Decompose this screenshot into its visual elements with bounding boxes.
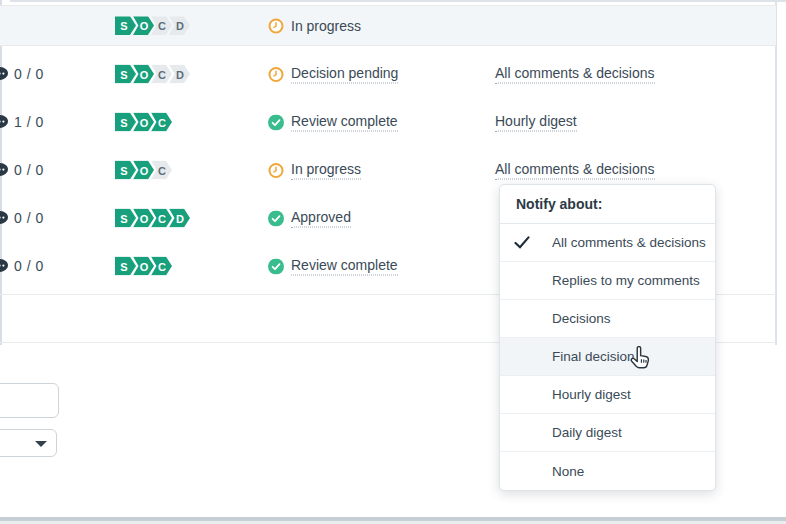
menu-item-label: Final decision bbox=[552, 349, 635, 364]
comment-count[interactable]: 0 / 0 bbox=[0, 162, 44, 178]
text-input[interactable] bbox=[0, 383, 59, 418]
status-label[interactable]: Decision pending bbox=[291, 65, 398, 84]
step-badge-o[interactable]: O bbox=[133, 16, 154, 35]
step-badges: SOCD bbox=[115, 65, 190, 84]
comment-count-text: 0 / 0 bbox=[14, 66, 44, 82]
speech-bubble-icon bbox=[0, 163, 8, 178]
menu-item[interactable]: Daily digest bbox=[500, 414, 715, 452]
status-label[interactable]: In progress bbox=[291, 18, 361, 34]
notify-menu-list: All comments & decisions Replies to my c… bbox=[500, 224, 715, 490]
clock-icon bbox=[268, 66, 284, 82]
comment-count-text: 0 / 0 bbox=[14, 162, 44, 178]
status-icon-slot bbox=[268, 210, 284, 226]
menu-item-label: Decisions bbox=[552, 311, 611, 326]
speech-bubble-icon bbox=[0, 115, 8, 130]
menu-item-label: None bbox=[552, 464, 584, 479]
menu-item[interactable]: Replies to my comments bbox=[500, 262, 715, 300]
status-label[interactable]: Review complete bbox=[291, 257, 398, 276]
speech-bubble-icon bbox=[0, 259, 8, 274]
step-badge-c[interactable]: C bbox=[151, 65, 172, 84]
check-circle-icon bbox=[268, 114, 284, 130]
step-badge-d[interactable]: D bbox=[169, 209, 190, 228]
speech-bubble-icon bbox=[0, 211, 8, 226]
status: In progress bbox=[268, 161, 361, 180]
status: Approved bbox=[268, 209, 351, 228]
step-badge-o[interactable]: O bbox=[133, 209, 154, 228]
status-icon-slot bbox=[268, 162, 284, 178]
menu-item-label: All comments & decisions bbox=[552, 235, 706, 250]
step-badge-o[interactable]: O bbox=[133, 161, 154, 180]
step-badge-c[interactable]: C bbox=[151, 209, 172, 228]
step-badge-c[interactable]: C bbox=[151, 257, 172, 276]
comment-count-text: 1 / 0 bbox=[14, 114, 44, 130]
status-icon-slot bbox=[268, 18, 284, 34]
step-badge-o[interactable]: O bbox=[133, 257, 154, 276]
status-icon-slot bbox=[268, 258, 284, 274]
menu-item[interactable]: Final decision bbox=[500, 338, 715, 376]
status-label[interactable]: Approved bbox=[291, 209, 351, 228]
step-badge-s[interactable]: S bbox=[115, 257, 136, 276]
menu-item[interactable]: Hourly digest bbox=[500, 376, 715, 414]
step-badge-c[interactable]: C bbox=[151, 16, 172, 35]
table-row: 0 / 0 SOCD Decision pending All comments… bbox=[0, 50, 776, 98]
menu-item-label: Daily digest bbox=[552, 425, 622, 440]
clock-icon bbox=[268, 162, 284, 178]
status-label[interactable]: Review complete bbox=[291, 113, 398, 132]
notification-setting[interactable]: All comments & decisions bbox=[495, 161, 655, 180]
table-row: SOCD In progress bbox=[0, 5, 776, 46]
step-badge-s[interactable]: S bbox=[115, 161, 136, 180]
status-icon-slot bbox=[268, 114, 284, 130]
menu-item[interactable]: None bbox=[500, 452, 715, 490]
select-dropdown[interactable] bbox=[0, 429, 57, 457]
menu-item[interactable]: All comments & decisions bbox=[500, 224, 715, 262]
clock-icon bbox=[268, 18, 284, 34]
step-badge-s[interactable]: S bbox=[115, 65, 136, 84]
notification-setting[interactable]: All comments & decisions bbox=[495, 65, 655, 84]
comment-count-text: 0 / 0 bbox=[14, 210, 44, 226]
menu-item[interactable]: Decisions bbox=[500, 300, 715, 338]
status: Review complete bbox=[268, 257, 398, 276]
status-label[interactable]: In progress bbox=[291, 161, 361, 180]
notification-setting[interactable]: Hourly digest bbox=[495, 113, 577, 132]
notify-menu-title: Notify about: bbox=[500, 185, 715, 224]
comment-count[interactable]: 1 / 0 bbox=[0, 114, 44, 130]
status: In progress bbox=[268, 18, 361, 34]
step-badge-d[interactable]: D bbox=[169, 65, 190, 84]
step-badges: SOC bbox=[115, 161, 172, 180]
step-badges: SOC bbox=[115, 113, 172, 132]
review-page: SOCD In progress 0 / 0 SOCD Decision pen… bbox=[0, 0, 786, 524]
step-badge-o[interactable]: O bbox=[133, 65, 154, 84]
step-badge-s[interactable]: S bbox=[115, 113, 136, 132]
notify-menu: Notify about: All comments & decisions R… bbox=[499, 184, 716, 491]
top-divider bbox=[10, 0, 786, 2]
comment-count[interactable]: 0 / 0 bbox=[0, 210, 44, 226]
speech-bubble-icon bbox=[0, 67, 8, 82]
table-row: 1 / 0 SOC Review complete Hourly digest bbox=[0, 98, 776, 146]
step-badge-d[interactable]: D bbox=[169, 16, 190, 35]
check-icon bbox=[514, 236, 530, 249]
comment-count-text: 0 / 0 bbox=[14, 258, 44, 274]
status: Review complete bbox=[268, 113, 398, 132]
step-badge-s[interactable]: S bbox=[115, 16, 136, 35]
menu-item-label: Hourly digest bbox=[552, 387, 631, 402]
comment-count[interactable]: 0 / 0 bbox=[0, 258, 44, 274]
status: Decision pending bbox=[268, 65, 398, 84]
check-circle-icon bbox=[268, 210, 284, 226]
step-badges: SOC bbox=[115, 257, 172, 276]
step-badges: SOCD bbox=[115, 209, 190, 228]
step-badges: SOCD bbox=[115, 16, 190, 35]
menu-item-label: Replies to my comments bbox=[552, 273, 700, 288]
comment-count[interactable]: 0 / 0 bbox=[0, 66, 44, 82]
step-badge-o[interactable]: O bbox=[133, 113, 154, 132]
step-badge-s[interactable]: S bbox=[115, 209, 136, 228]
check-circle-icon bbox=[268, 258, 284, 274]
step-badge-c[interactable]: C bbox=[151, 161, 172, 180]
dropdown-arrow-icon bbox=[35, 441, 47, 447]
step-badge-c[interactable]: C bbox=[151, 113, 172, 132]
status-icon-slot bbox=[268, 66, 284, 82]
